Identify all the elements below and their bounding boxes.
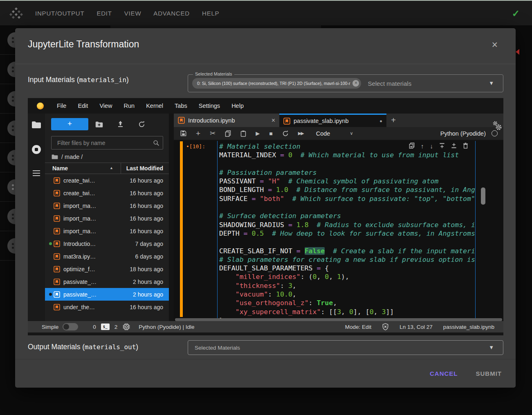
chevron-down-icon: ∨ <box>350 131 353 136</box>
menu-advanced[interactable]: ADVANCED <box>153 10 190 17</box>
dialog-header: JupyterLite Transformation × <box>15 28 516 64</box>
check-icon[interactable]: ✓ <box>512 8 520 19</box>
insert-cell-icon[interactable]: + <box>196 129 200 138</box>
file-name: passivate_… <box>63 279 97 285</box>
file-name: import_ma… <box>63 215 96 222</box>
kernel-picker[interactable]: Python (Pyodide) <box>440 130 498 137</box>
menu-help[interactable]: HELP <box>202 10 219 17</box>
tab-passivate-slab[interactable]: passivate_slab.ipynb ● <box>279 114 386 127</box>
tab-introduction[interactable]: Introduction.ipynb × <box>174 114 279 127</box>
terminal-count[interactable]: 0 <box>93 324 96 330</box>
cursor-position[interactable]: Ln 13, Col 27 <box>400 324 432 330</box>
filter-files-input[interactable] <box>56 139 153 147</box>
paste-cells-icon[interactable] <box>240 130 246 137</box>
file-row[interactable]: optimize_f…18 hours ago <box>45 263 169 275</box>
code-line: BOND_LENGTH = 1.0 # Distance from surfac… <box>219 185 475 194</box>
jmenu-view[interactable]: View <box>94 103 118 109</box>
column-last-modified[interactable]: Last Modified <box>126 165 163 172</box>
notebook-icon <box>54 266 60 272</box>
code-line: SHADOWING_RADIUS = 1.8 # Radius to exclu… <box>219 221 475 229</box>
horizontal-scrollbar[interactable] <box>175 318 502 321</box>
jmenu-kernel[interactable]: Kernel <box>140 103 169 109</box>
file-row[interactable]: Introductio…7 days ago <box>45 237 169 250</box>
settings-gears-icon[interactable] <box>491 120 503 132</box>
refresh-icon[interactable] <box>131 121 152 128</box>
cell-prompt: •[10]: <box>186 143 205 149</box>
simple-mode-toggle[interactable] <box>63 323 78 330</box>
restart-run-all-icon[interactable]: ▶▶ <box>298 131 303 136</box>
chip-remove-icon[interactable]: × <box>352 80 359 87</box>
chevron-down-icon[interactable]: ▼ <box>489 80 494 86</box>
input-materials-select[interactable]: Selected Materials 0: Si, Silicon (100) … <box>188 74 503 92</box>
file-row[interactable]: import_ma…16 hours ago <box>45 199 169 212</box>
sort-ascending-icon[interactable]: ▲ <box>110 166 113 170</box>
table-of-contents-icon[interactable] <box>33 170 40 176</box>
menu-edit[interactable]: EDIT <box>97 10 112 17</box>
jupyter-statusbar: Simple 0 $_ 2 Python (Pyodide) | Idle Mo… <box>28 321 503 332</box>
cell-collapser[interactable] <box>180 141 183 317</box>
file-row[interactable]: create_twi…16 hours ago <box>45 187 169 199</box>
file-row[interactable]: mat3ra.ipy…6 days ago <box>45 250 169 263</box>
close-tab-icon[interactable]: × <box>272 117 275 124</box>
jmenu-settings[interactable]: Settings <box>193 103 226 109</box>
new-folder-icon[interactable] <box>88 121 110 127</box>
stop-kernel-icon[interactable]: ■ <box>269 130 272 137</box>
column-divider <box>121 163 121 174</box>
app-logo-icon[interactable] <box>10 7 22 19</box>
cancel-button[interactable]: CANCEL <box>430 370 458 377</box>
code-cell: •[10]: # Material selectionMATERIAL_INDE… <box>174 140 503 318</box>
file-browser-toolbar: + <box>45 114 169 134</box>
jmenu-run[interactable]: Run <box>118 103 141 109</box>
breadcrumb[interactable]: / made / <box>52 154 169 160</box>
column-name[interactable]: Name <box>52 165 68 172</box>
copy-cells-icon[interactable] <box>225 130 231 137</box>
file-row[interactable]: create_twi…16 hours ago <box>45 174 169 187</box>
restart-kernel-icon[interactable] <box>282 130 289 137</box>
kernel-count[interactable]: 2 <box>114 324 118 330</box>
jmenu-help[interactable]: Help <box>226 103 249 109</box>
notebook-icon <box>54 253 60 260</box>
running-sessions-icon[interactable] <box>32 145 41 154</box>
mode-indicator[interactable]: Mode: Edit <box>345 324 372 330</box>
vertical-scrollbar-thumb[interactable] <box>481 187 485 205</box>
close-icon[interactable]: × <box>492 40 498 50</box>
menu-input-output[interactable]: INPUT/OUTPUT <box>35 10 84 17</box>
insert-cell-above-icon[interactable] <box>439 143 445 150</box>
workflow-node-handle <box>0 202 15 231</box>
new-launcher-button[interactable]: + <box>51 118 88 130</box>
duplicate-cell-icon[interactable] <box>409 143 415 150</box>
file-browser-icon[interactable] <box>31 121 41 129</box>
file-row[interactable]: import_ma…16 hours ago <box>45 212 169 225</box>
file-row[interactable]: passivate_…2 hours ago <box>45 275 169 288</box>
delete-cell-icon[interactable] <box>463 143 468 150</box>
file-modified-time: 16 hours ago <box>130 228 163 234</box>
code-line: # Slab parameters for creating a new sla… <box>219 255 475 264</box>
run-cell-icon[interactable]: ▶ <box>256 130 260 136</box>
jmenu-edit[interactable]: Edit <box>72 103 94 109</box>
move-cell-up-icon[interactable]: ↑ <box>421 143 424 150</box>
file-row[interactable]: under_the…16 hours ago <box>45 301 169 313</box>
file-row[interactable]: import_ma…16 hours ago <box>45 225 169 237</box>
upload-icon[interactable] <box>110 121 131 127</box>
material-chip[interactable]: 0: Si, Silicon (100) surface (reconstruc… <box>192 78 361 89</box>
insert-cell-below-icon[interactable] <box>451 143 457 150</box>
search-icon <box>153 140 159 146</box>
code-lines: # Material selectionMATERIAL_INDEX = 0 #… <box>219 142 475 318</box>
terminal-icon: $_ <box>101 324 110 330</box>
jmenu-tabs[interactable]: Tabs <box>169 103 193 109</box>
jmenu-file[interactable]: File <box>51 103 72 109</box>
trust-shield-icon[interactable] <box>382 323 389 330</box>
notebook-icon <box>54 304 60 310</box>
code-line: "use_orthogonal_z": True, <box>219 299 475 307</box>
add-tab-icon[interactable]: + <box>386 114 400 127</box>
menu-view[interactable]: VIEW <box>124 10 141 17</box>
move-cell-down-icon[interactable]: ↓ <box>430 143 433 150</box>
kernel-status-text[interactable]: Python (Pyodide) | Idle <box>139 324 194 330</box>
cell-type-dropdown[interactable]: Code ∨ <box>316 130 353 137</box>
code-editor[interactable]: # Material selectionMATERIAL_INDEX = 0 #… <box>217 141 476 318</box>
submit-button[interactable]: SUBMIT <box>476 370 502 377</box>
output-materials-select[interactable]: Selected Materials ▼ <box>188 340 503 355</box>
save-icon[interactable] <box>180 130 186 136</box>
file-row[interactable]: passivate_…2 hours ago <box>45 288 169 301</box>
cut-cells-icon[interactable]: ✂ <box>210 129 215 138</box>
